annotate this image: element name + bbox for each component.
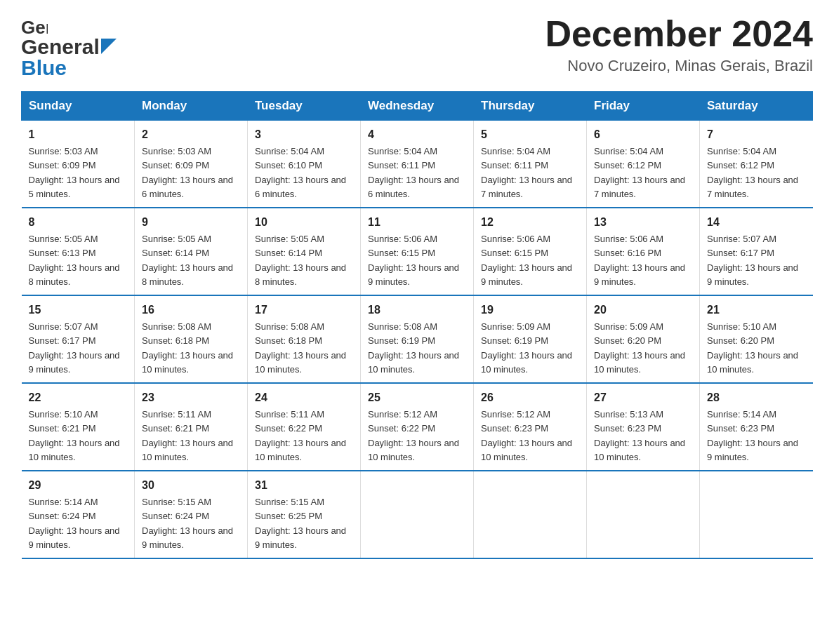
day-cell — [587, 471, 700, 558]
day-number: 12 — [481, 214, 579, 231]
day-info: Sunrise: 5:14 AMSunset: 6:24 PMDaylight:… — [29, 497, 120, 550]
day-cell: 15Sunrise: 5:07 AMSunset: 6:17 PMDayligh… — [22, 295, 135, 383]
day-cell: 25Sunrise: 5:12 AMSunset: 6:22 PMDayligh… — [361, 383, 474, 471]
day-number: 1 — [29, 126, 128, 143]
day-cell: 22Sunrise: 5:10 AMSunset: 6:21 PMDayligh… — [22, 383, 135, 471]
day-cell: 1Sunrise: 5:03 AMSunset: 6:09 PMDaylight… — [22, 121, 135, 208]
day-number: 10 — [255, 214, 353, 231]
day-number: 7 — [707, 126, 806, 143]
day-cell: 21Sunrise: 5:10 AMSunset: 6:20 PMDayligh… — [700, 295, 813, 383]
day-info: Sunrise: 5:04 AMSunset: 6:12 PMDaylight:… — [594, 146, 685, 199]
day-info: Sunrise: 5:03 AMSunset: 6:09 PMDaylight:… — [142, 146, 233, 199]
day-cell: 10Sunrise: 5:05 AMSunset: 6:14 PMDayligh… — [248, 208, 361, 295]
day-info: Sunrise: 5:08 AMSunset: 6:18 PMDaylight:… — [255, 321, 346, 375]
day-info: Sunrise: 5:09 AMSunset: 6:20 PMDaylight:… — [594, 321, 685, 375]
day-cell: 13Sunrise: 5:06 AMSunset: 6:16 PMDayligh… — [587, 208, 700, 295]
day-info: Sunrise: 5:07 AMSunset: 6:17 PMDaylight:… — [707, 234, 798, 287]
day-number: 29 — [29, 477, 128, 494]
day-cell: 27Sunrise: 5:13 AMSunset: 6:23 PMDayligh… — [587, 383, 700, 471]
day-info: Sunrise: 5:06 AMSunset: 6:15 PMDaylight:… — [481, 234, 572, 287]
day-cell — [700, 471, 813, 558]
day-number: 15 — [29, 302, 128, 318]
day-cell: 12Sunrise: 5:06 AMSunset: 6:15 PMDayligh… — [474, 208, 587, 295]
day-cell: 31Sunrise: 5:15 AMSunset: 6:25 PMDayligh… — [248, 471, 361, 558]
day-info: Sunrise: 5:03 AMSunset: 6:09 PMDaylight:… — [29, 146, 120, 199]
header-saturday: Saturday — [700, 92, 813, 121]
page-header: General General Blue December 2024 Novo … — [21, 14, 813, 80]
day-cell: 6Sunrise: 5:04 AMSunset: 6:12 PMDaylight… — [587, 121, 700, 208]
day-number: 5 — [481, 126, 579, 143]
day-number: 2 — [142, 126, 240, 143]
day-info: Sunrise: 5:04 AMSunset: 6:11 PMDaylight:… — [481, 146, 572, 199]
logo-triangle-icon — [101, 39, 117, 54]
day-cell — [474, 471, 587, 558]
day-info: Sunrise: 5:12 AMSunset: 6:23 PMDaylight:… — [481, 409, 572, 462]
day-number: 19 — [481, 302, 579, 318]
day-cell: 7Sunrise: 5:04 AMSunset: 6:12 PMDaylight… — [700, 121, 813, 208]
day-info: Sunrise: 5:10 AMSunset: 6:21 PMDaylight:… — [29, 409, 120, 462]
day-cell: 4Sunrise: 5:04 AMSunset: 6:11 PMDaylight… — [361, 121, 474, 208]
header-tuesday: Tuesday — [248, 92, 361, 121]
day-cell — [361, 471, 474, 558]
day-number: 22 — [29, 389, 128, 406]
day-info: Sunrise: 5:11 AMSunset: 6:22 PMDaylight:… — [255, 409, 346, 462]
day-cell: 9Sunrise: 5:05 AMSunset: 6:14 PMDaylight… — [135, 208, 248, 295]
day-info: Sunrise: 5:07 AMSunset: 6:17 PMDaylight:… — [29, 321, 120, 375]
calendar-table: SundayMondayTuesdayWednesdayThursdayFrid… — [21, 91, 813, 559]
day-number: 14 — [707, 214, 806, 231]
day-number: 3 — [255, 126, 353, 143]
logo: General General Blue — [21, 14, 117, 80]
day-info: Sunrise: 5:08 AMSunset: 6:18 PMDaylight:… — [142, 321, 233, 375]
day-info: Sunrise: 5:14 AMSunset: 6:23 PMDaylight:… — [707, 409, 798, 462]
day-number: 17 — [255, 302, 353, 318]
week-row-4: 22Sunrise: 5:10 AMSunset: 6:21 PMDayligh… — [22, 383, 813, 471]
day-info: Sunrise: 5:05 AMSunset: 6:13 PMDaylight:… — [29, 234, 120, 287]
day-info: Sunrise: 5:15 AMSunset: 6:24 PMDaylight:… — [142, 497, 233, 550]
day-number: 20 — [594, 302, 692, 318]
day-info: Sunrise: 5:06 AMSunset: 6:16 PMDaylight:… — [594, 234, 685, 287]
day-number: 21 — [707, 302, 806, 318]
calendar-header-row: SundayMondayTuesdayWednesdayThursdayFrid… — [22, 92, 813, 121]
header-friday: Friday — [587, 92, 700, 121]
day-number: 24 — [255, 389, 353, 406]
day-number: 6 — [594, 126, 692, 143]
day-number: 8 — [29, 214, 128, 231]
logo-general: General — [21, 35, 100, 59]
week-row-3: 15Sunrise: 5:07 AMSunset: 6:17 PMDayligh… — [22, 295, 813, 383]
svg-marker-1 — [101, 39, 117, 54]
logo-blue: Blue — [21, 56, 67, 79]
day-cell: 19Sunrise: 5:09 AMSunset: 6:19 PMDayligh… — [474, 295, 587, 383]
day-info: Sunrise: 5:08 AMSunset: 6:19 PMDaylight:… — [368, 321, 459, 375]
day-cell: 26Sunrise: 5:12 AMSunset: 6:23 PMDayligh… — [474, 383, 587, 471]
day-info: Sunrise: 5:06 AMSunset: 6:15 PMDaylight:… — [368, 234, 459, 287]
day-info: Sunrise: 5:04 AMSunset: 6:12 PMDaylight:… — [707, 146, 798, 199]
day-info: Sunrise: 5:05 AMSunset: 6:14 PMDaylight:… — [255, 234, 346, 287]
day-number: 31 — [255, 477, 353, 494]
day-number: 28 — [707, 389, 806, 406]
header-sunday: Sunday — [22, 92, 135, 121]
day-info: Sunrise: 5:12 AMSunset: 6:22 PMDaylight:… — [368, 409, 459, 462]
day-number: 27 — [594, 389, 692, 406]
day-number: 9 — [142, 214, 240, 231]
day-number: 16 — [142, 302, 240, 318]
day-number: 25 — [368, 389, 466, 406]
day-cell: 11Sunrise: 5:06 AMSunset: 6:15 PMDayligh… — [361, 208, 474, 295]
week-row-1: 1Sunrise: 5:03 AMSunset: 6:09 PMDaylight… — [22, 121, 813, 208]
day-cell: 14Sunrise: 5:07 AMSunset: 6:17 PMDayligh… — [700, 208, 813, 295]
day-cell: 3Sunrise: 5:04 AMSunset: 6:10 PMDaylight… — [248, 121, 361, 208]
day-number: 4 — [368, 126, 466, 143]
day-cell: 24Sunrise: 5:11 AMSunset: 6:22 PMDayligh… — [248, 383, 361, 471]
day-cell: 29Sunrise: 5:14 AMSunset: 6:24 PMDayligh… — [22, 471, 135, 558]
day-info: Sunrise: 5:11 AMSunset: 6:21 PMDaylight:… — [142, 409, 233, 462]
month-title: December 2024 — [545, 14, 813, 54]
day-info: Sunrise: 5:10 AMSunset: 6:20 PMDaylight:… — [707, 321, 798, 375]
day-cell: 2Sunrise: 5:03 AMSunset: 6:09 PMDaylight… — [135, 121, 248, 208]
day-cell: 23Sunrise: 5:11 AMSunset: 6:21 PMDayligh… — [135, 383, 248, 471]
day-info: Sunrise: 5:09 AMSunset: 6:19 PMDaylight:… — [481, 321, 572, 375]
day-number: 30 — [142, 477, 240, 494]
day-info: Sunrise: 5:04 AMSunset: 6:10 PMDaylight:… — [255, 146, 346, 199]
day-cell: 16Sunrise: 5:08 AMSunset: 6:18 PMDayligh… — [135, 295, 248, 383]
day-cell: 18Sunrise: 5:08 AMSunset: 6:19 PMDayligh… — [361, 295, 474, 383]
location-title: Novo Cruzeiro, Minas Gerais, Brazil — [545, 57, 813, 75]
day-number: 11 — [368, 214, 466, 231]
